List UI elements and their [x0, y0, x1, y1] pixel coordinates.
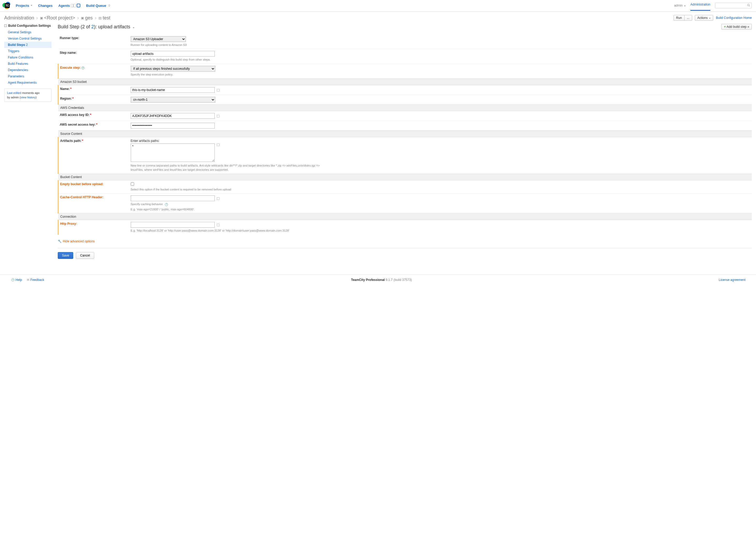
wrench-icon: 🔧 — [58, 240, 62, 243]
search-input[interactable] — [715, 3, 752, 8]
proxy-label: Http Proxy: — [58, 220, 129, 235]
administration-link[interactable]: Administration — [690, 3, 710, 8]
sidebar-item-features[interactable]: Build Features — [4, 60, 51, 67]
runner-type-select[interactable]: Amazon S3 Uploader — [131, 36, 186, 42]
sidebar-title: Build Configuration Settings — [4, 24, 51, 28]
svg-line-6 — [749, 6, 750, 7]
proxy-input[interactable] — [131, 222, 215, 228]
feedback-link[interactable]: ✉Feedback — [27, 278, 44, 282]
proxy-help: E.g. 'http://localhost:3128' or 'http://… — [131, 229, 330, 232]
section-bucket-content: Bucket Content — [58, 174, 752, 180]
section-source: Source Content — [58, 131, 752, 137]
run-button-group: Run ... — [674, 15, 692, 21]
secret-key-label: AWS secret access key:* — [58, 121, 129, 131]
cancel-button[interactable]: Cancel — [76, 252, 94, 259]
param-ref-icon[interactable] — [217, 197, 220, 200]
chevron-right-icon: › — [36, 15, 38, 21]
nav-agents[interactable]: Agents 1 — [58, 4, 80, 8]
cache-control-help2: E.g. 'max-age=21600' / 'public, max-age=… — [131, 208, 330, 211]
build-config-home-link[interactable]: Build Configuration Home — [716, 16, 752, 20]
section-connection: Connection — [58, 214, 752, 220]
chevron-down-icon — [709, 18, 711, 19]
section-s3-bucket: Amazon S3 bucket — [58, 79, 752, 85]
license-link[interactable]: License agreement — [719, 278, 746, 282]
sidebar-item-failure[interactable]: Failure Conditions — [4, 54, 51, 60]
add-build-step-button[interactable]: +Add build step » — [721, 24, 752, 30]
param-ref-icon[interactable] — [217, 143, 220, 146]
bucket-name-input[interactable] — [131, 87, 215, 93]
save-button[interactable]: Save — [58, 252, 73, 259]
sidebar-item-build-steps[interactable]: Build Steps2 — [4, 42, 51, 48]
username[interactable]: admin — [674, 4, 686, 7]
chevron-down-icon — [684, 5, 686, 7]
help-icon[interactable]: ? — [165, 203, 168, 206]
breadcrumb: Administration › ▣<Root project> › ▣ges … — [4, 15, 110, 21]
artifacts-path-help: New line or comma separated paths to bui… — [131, 164, 330, 172]
page-title: Build Step (2 of 2): upload artifacts — [58, 24, 134, 30]
bucket-name-label: Name:* — [58, 85, 129, 95]
footer: ?Help ✉Feedback TeamCity Professional 9.… — [0, 274, 756, 285]
crumb-administration[interactable]: Administration — [4, 15, 34, 21]
footer-version: TeamCity Professional 9.1.7 (build 37573… — [351, 278, 412, 282]
param-ref-icon[interactable] — [217, 224, 220, 226]
artifacts-path-textarea[interactable]: * — [131, 143, 215, 162]
run-button[interactable]: Run — [674, 15, 684, 21]
runner-type-help: Runner for uploading content to Amazon S… — [131, 43, 330, 47]
nav-projects[interactable]: Projects — [16, 4, 32, 8]
teamcity-logo[interactable]: TC — [2, 2, 11, 9]
chevron-right-icon: › — [77, 15, 79, 21]
step-name-help: Optional, specify to distinguish this bu… — [131, 58, 330, 61]
sidebar-item-agent-req[interactable]: Agent Requirements — [4, 80, 51, 86]
crumb-root[interactable]: ▣<Root project> — [40, 15, 75, 21]
sidebar-item-dependencies[interactable]: Dependencies — [4, 67, 51, 73]
cache-control-label: Cache-Control HTTP Header: — [58, 194, 129, 214]
folder-icon: ▣ — [81, 16, 84, 20]
search-icon — [747, 4, 750, 8]
sidebar-item-vcs[interactable]: Version Control Settings — [4, 35, 51, 42]
actions-dropdown[interactable]: Actions — [695, 15, 713, 21]
last-edited-link[interactable]: Last edited — [7, 91, 21, 94]
artifacts-prompt: Enter artifacts paths: — [131, 139, 751, 143]
chevron-down-icon — [31, 5, 32, 6]
sidebar-item-general[interactable]: General Settings — [4, 29, 51, 35]
access-key-label: AWS access key ID:* — [58, 111, 129, 121]
breadcrumb-row: Administration › ▣<Root project> › ▣ges … — [0, 12, 756, 24]
agents-status-icon — [77, 4, 80, 7]
section-credentials: AWS Credentials — [58, 105, 752, 111]
param-ref-icon[interactable] — [217, 115, 220, 118]
empty-bucket-label: Empty bucket before upload: — [58, 180, 129, 193]
secret-key-input[interactable] — [131, 123, 215, 129]
nav-build-queue[interactable]: Build Queue 0 — [86, 4, 111, 8]
cache-control-input[interactable] — [131, 196, 215, 201]
step-name-label: Step name: — [58, 49, 129, 64]
nav-changes[interactable]: Changes — [38, 4, 52, 8]
help-icon[interactable]: ? — [81, 67, 84, 70]
total-steps-link[interactable]: 2 — [91, 24, 94, 29]
sidebar-item-triggers[interactable]: Triggers — [4, 48, 51, 54]
sidebar-item-parameters[interactable]: Parameters — [4, 73, 51, 80]
access-key-input[interactable] — [131, 113, 215, 119]
cache-control-help1: Specify caching behavior. ? — [131, 202, 330, 206]
plus-icon: + — [724, 25, 726, 29]
svg-point-5 — [748, 4, 749, 6]
sidebar: Build Configuration Settings General Set… — [4, 24, 51, 259]
hide-advanced-toggle[interactable]: 🔧Hide advanced options — [58, 240, 752, 243]
execute-step-help: Specify the step execution policy. — [131, 73, 330, 77]
crumb-config[interactable]: ▤test — [98, 15, 110, 21]
help-link[interactable]: ?Help — [10, 278, 22, 282]
param-ref-icon[interactable] — [217, 89, 220, 91]
view-history-link[interactable]: view history — [21, 96, 35, 99]
agents-count: 1 — [71, 4, 76, 7]
empty-bucket-help: Select this option if the bucket content… — [131, 187, 330, 191]
mail-icon: ✉ — [27, 278, 29, 282]
step-name-input[interactable] — [131, 51, 215, 57]
empty-bucket-checkbox[interactable] — [131, 182, 134, 186]
top-right: admin Administration — [674, 3, 752, 8]
build-steps-count: 2 — [26, 43, 28, 47]
run-more-button[interactable]: ... — [684, 15, 692, 21]
execute-step-select[interactable]: If all previous steps finished successfu… — [131, 66, 215, 72]
region-select[interactable]: cn-north-1 — [131, 97, 215, 102]
chevron-down-icon[interactable] — [133, 27, 134, 28]
form-actions: Save Cancel — [58, 248, 752, 259]
crumb-project[interactable]: ▣ges — [81, 15, 93, 21]
